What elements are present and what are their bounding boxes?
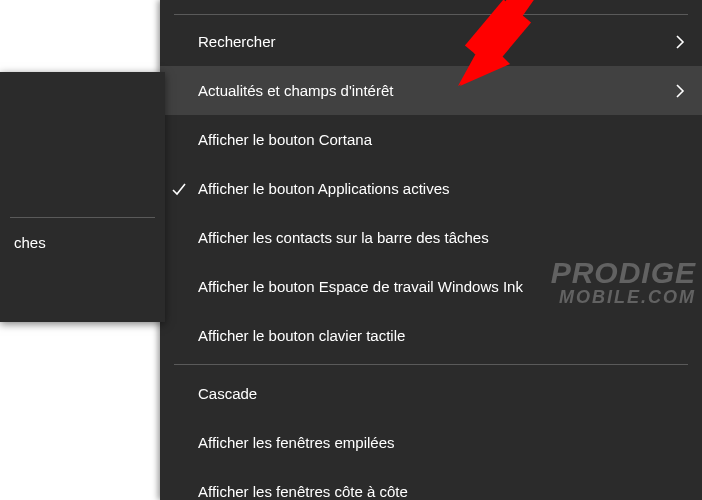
menu-item-rechercher[interactable]: Rechercher — [160, 17, 702, 66]
menu-label-rechercher: Rechercher — [198, 33, 276, 50]
chevron-right-icon — [674, 82, 686, 100]
menu-label-applications-actives: Afficher le bouton Applications actives — [198, 180, 450, 197]
menu-item-fenetres-cote-a-cote[interactable]: Afficher les fenêtres côte à côte — [160, 467, 702, 500]
menu-item-cascade[interactable]: Cascade — [160, 369, 702, 418]
menu-label-fenetres-empilees: Afficher les fenêtres empilées — [198, 434, 395, 451]
menu-label-cortana: Afficher le bouton Cortana — [198, 131, 372, 148]
menu-label-actualites: Actualités et champs d'intérêt — [198, 82, 393, 99]
secondary-item-fragment[interactable]: ches — [0, 218, 165, 266]
menu-label-fenetres-cote-a-cote: Afficher les fenêtres côte à côte — [198, 483, 408, 500]
menu-label-cascade: Cascade — [198, 385, 257, 402]
chevron-right-icon — [674, 33, 686, 51]
menu-item-contacts-barre[interactable]: Afficher les contacts sur la barre des t… — [160, 213, 702, 262]
taskbar-context-menu: Rechercher Actualités et champs d'intérê… — [160, 0, 702, 500]
menu-item-actualites[interactable]: Actualités et champs d'intérêt — [160, 66, 702, 115]
menu-label-contacts-barre: Afficher les contacts sur la barre des t… — [198, 229, 489, 246]
menu-label-clavier-tactile: Afficher le bouton clavier tactile — [198, 327, 405, 344]
check-icon — [170, 180, 188, 198]
menu-item-applications-actives[interactable]: Afficher le bouton Applications actives — [160, 164, 702, 213]
menu-label-espace-travail-ink: Afficher le bouton Espace de travail Win… — [198, 278, 523, 295]
menu-item-clavier-tactile[interactable]: Afficher le bouton clavier tactile — [160, 311, 702, 360]
menu-item-fenetres-empilees[interactable]: Afficher les fenêtres empilées — [160, 418, 702, 467]
secondary-item-label: ches — [14, 234, 46, 251]
menu-item-espace-travail-ink[interactable]: Afficher le bouton Espace de travail Win… — [160, 262, 702, 311]
menu-item-cortana[interactable]: Afficher le bouton Cortana — [160, 115, 702, 164]
secondary-context-panel: ches — [0, 72, 165, 322]
